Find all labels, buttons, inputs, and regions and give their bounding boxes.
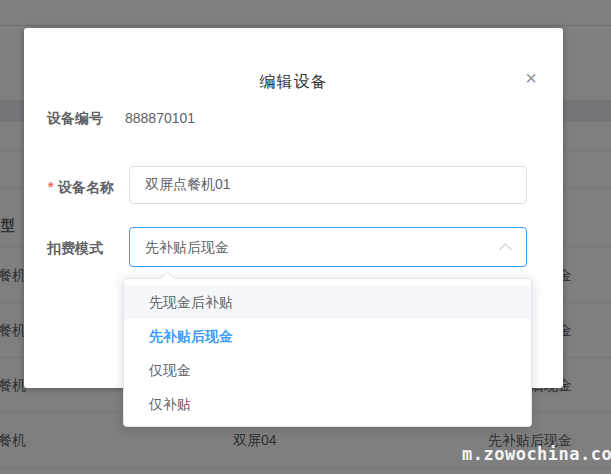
fee-mode-dropdown: 先现金后补贴 先补贴后现金 仅现金 仅补贴 <box>123 278 532 427</box>
device-name-input[interactable] <box>129 166 527 204</box>
dropdown-option[interactable]: 仅现金 <box>124 353 531 387</box>
dropdown-option[interactable]: 仅补贴 <box>124 387 531 421</box>
fee-mode-select[interactable]: 先补贴后现金 <box>129 227 527 267</box>
device-id-label: 设备编号 <box>47 110 103 128</box>
device-id-value: 888870101 <box>125 110 195 126</box>
chevron-up-icon <box>499 243 512 256</box>
dialog-title: 编辑设备 <box>24 72 563 93</box>
required-asterisk: * <box>48 179 53 195</box>
fee-mode-label: 扣费模式 <box>47 240 103 258</box>
fee-mode-selected-value: 先补贴后现金 <box>145 228 229 266</box>
close-icon[interactable]: × <box>519 66 543 90</box>
dropdown-option[interactable]: 先现金后补贴 <box>124 285 531 319</box>
device-name-label: 设备名称 <box>58 179 114 197</box>
dropdown-option-selected[interactable]: 先补贴后现金 <box>124 319 531 353</box>
watermark: m.zowochina.com <box>462 444 611 464</box>
screen: 型 餐机 双屏04 先补贴后现金 餐机 双屏04 先补贴后现金 餐机 双屏04 … <box>0 0 611 474</box>
